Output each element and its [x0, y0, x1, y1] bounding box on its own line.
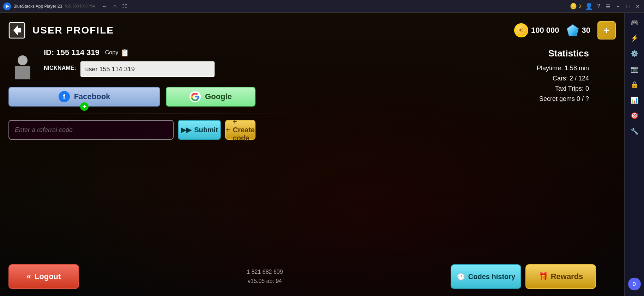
version-info: 1 821 682 609 v15.05 ab: 94 [79, 267, 451, 285]
bluestacks-sidebar: 🎮 ⚡ ⚙️ 📷 🔒 📊 🎯 🔧 D [624, 13, 644, 296]
logout-arrow-icon: « [27, 272, 31, 281]
discord-icon[interactable]: D [628, 278, 641, 290]
avatar-figure [12, 53, 33, 80]
nickname-label: NICKNAME: [44, 65, 76, 71]
sidebar-icon-5[interactable]: 🔒 [627, 78, 642, 92]
sidebar-icon-3[interactable]: ⚙️ [627, 47, 642, 61]
facebook-button[interactable]: f Facebook + [8, 87, 160, 107]
copy-id-button[interactable]: Copy 📋 [105, 48, 129, 57]
layers-nav-icon[interactable]: ☷ [122, 3, 127, 10]
close-button[interactable]: ✕ [634, 3, 641, 10]
add-currency-button[interactable]: + [597, 21, 616, 40]
svg-point-5 [18, 55, 28, 65]
google-label: Google [205, 92, 232, 101]
avatar [8, 48, 37, 80]
back-button[interactable]: USER PROFILE [8, 22, 114, 39]
titlebar-right: 🪙 0 👤 ? ☰ − □ ✕ [570, 2, 641, 10]
statistics-title: Statistics [490, 48, 589, 59]
id-row: ID: 155 114 319 Copy 📋 [44, 48, 255, 57]
window-controls: ☰ − □ ✕ [604, 3, 641, 10]
gem-icon [566, 24, 579, 37]
rewards-icon: 🎁 [538, 272, 548, 281]
game-ui: USER PROFILE © 100 000 [0, 13, 624, 296]
version-line2: v15.05 ab: 94 [79, 277, 451, 286]
svg-marker-4 [567, 25, 578, 36]
main-area: USER PROFILE © 100 000 [0, 13, 624, 296]
sidebar-icon-4[interactable]: 📷 [627, 62, 642, 76]
codes-history-label: Codes history [468, 273, 515, 281]
nickname-input[interactable] [80, 61, 215, 77]
referral-row: ▶▶ Submit + + Create code [8, 120, 255, 140]
id-nickname-area: ID: 155 114 319 Copy 📋 NICKNAME: [44, 48, 255, 77]
section-divider [8, 114, 312, 114]
back-nav-icon[interactable]: ← [102, 3, 108, 10]
sidebar-icon-2[interactable]: ⚡ [627, 31, 642, 45]
stat-cars: Cars: 2 / 124 [490, 75, 589, 82]
coins-amount: 100 000 [531, 26, 559, 35]
copy-label: Copy [105, 49, 118, 56]
copy-icon: 📋 [120, 48, 129, 57]
app-title: BlueStacks App Player 23 [13, 4, 62, 9]
submit-button[interactable]: ▶▶ Submit [178, 120, 221, 140]
create-code-plus-icon: + [226, 126, 230, 134]
sidebar-icon-1[interactable]: 🎮 [627, 16, 642, 30]
submit-label: Submit [194, 126, 218, 134]
stat-taxi-text: Taxi Trips: 0 [555, 85, 589, 92]
social-buttons-row: f Facebook + Google [8, 87, 255, 107]
nickname-row: NICKNAME: [44, 61, 255, 77]
sidebar-icon-8[interactable]: 🔧 [627, 124, 642, 138]
codes-history-button[interactable]: 🕐 Codes history [451, 264, 521, 289]
create-code-label: + Create code [233, 118, 255, 142]
top-bar: USER PROFILE © 100 000 [0, 13, 624, 48]
back-arrow-icon [8, 22, 25, 39]
titlebar-coin-amount: 0 [578, 4, 581, 9]
facebook-label: Facebook [74, 92, 110, 101]
titlebar: BlueStacks App Player 23 5.21.650.1063 P… [0, 0, 644, 13]
stat-playtime-text: Playtime: 1:58 min [537, 65, 589, 72]
maximize-button[interactable]: □ [624, 3, 631, 10]
logout-label: Logout [35, 272, 61, 281]
logout-button[interactable]: « Logout [8, 264, 79, 289]
bottom-area: « Logout 1 821 682 609 v15.05 ab: 94 🕐 C… [8, 264, 596, 289]
minimize-button[interactable]: − [614, 3, 621, 10]
bluestacks-logo [3, 2, 11, 11]
statistics-panel: Statistics Playtime: 1:58 min Cars: 2 / … [490, 48, 589, 105]
create-code-button[interactable]: + + Create code [225, 120, 255, 140]
profile-section: ID: 155 114 319 Copy 📋 NICKNAME: f [8, 48, 255, 140]
rewards-label: Rewards [551, 272, 583, 281]
avatar-row: ID: 155 114 319 Copy 📋 NICKNAME: [8, 48, 255, 80]
home-nav-icon[interactable]: ⌂ [113, 3, 117, 10]
google-icon [189, 91, 201, 102]
facebook-plus-badge: + [80, 102, 89, 111]
submit-arrows-icon: ▶▶ [181, 126, 191, 134]
sidebar-icon-7[interactable]: 🎯 [627, 109, 642, 123]
referral-code-input[interactable] [8, 120, 174, 140]
stat-cars-text: Cars: 2 / 124 [553, 75, 589, 82]
google-button[interactable]: Google [166, 87, 255, 107]
sidebar-icon-6[interactable]: 📊 [627, 93, 642, 107]
rewards-button[interactable]: 🎁 Rewards [525, 264, 596, 289]
stat-taxi: Taxi Trips: 0 [490, 85, 589, 92]
gems-amount: 30 [582, 26, 590, 35]
codes-history-icon: 🕐 [457, 272, 465, 281]
currency-area: © 100 000 30 [514, 21, 616, 40]
coin-icon: © [514, 23, 528, 37]
profile-avatar-icon[interactable]: 👤 [585, 2, 593, 10]
user-id-text: ID: 155 114 319 [44, 48, 100, 57]
stat-gems: Secret gems 0 / ? [490, 95, 589, 103]
help-icon[interactable]: ? [597, 3, 600, 10]
page-title: USER PROFILE [32, 25, 114, 36]
stat-gems-text: Secret gems 0 / ? [539, 95, 589, 103]
version-line1: 1 821 682 609 [79, 267, 451, 277]
stat-playtime: Playtime: 1:58 min [490, 65, 589, 72]
facebook-icon: f [59, 91, 70, 102]
svg-rect-6 [15, 66, 30, 79]
app-subtitle: 5.21.650.1063 P64 [65, 4, 95, 8]
gems-display: 30 [566, 24, 590, 37]
hamburger-button[interactable]: ☰ [604, 3, 612, 10]
coins-display: © 100 000 [514, 23, 559, 37]
titlebar-coin-icon: 🪙 [570, 3, 577, 10]
titlebar-nav: ← ⌂ ☷ [102, 3, 127, 10]
titlebar-coin-display: 🪙 0 [570, 3, 581, 10]
